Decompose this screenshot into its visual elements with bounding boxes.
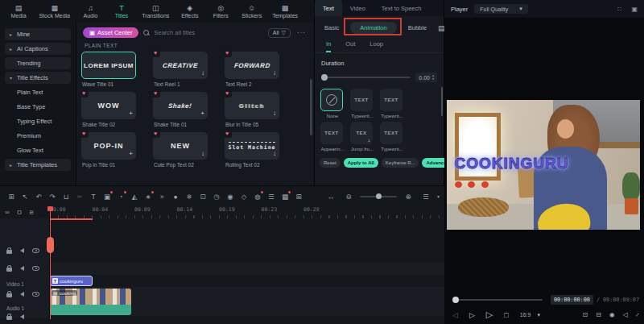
- next-frame-button[interactable]: ▷: [469, 311, 475, 319]
- duration-stepper[interactable]: ▴▾: [432, 74, 434, 81]
- duration-slider[interactable]: [321, 77, 411, 78]
- bubble-subtab[interactable]: Bubble: [408, 24, 427, 31]
- title-tile[interactable]: ♥ CREATIVE ↓: [153, 52, 208, 79]
- play-button[interactable]: ▷: [486, 309, 493, 320]
- properties-tab[interactable]: Text to Speech: [374, 0, 430, 16]
- seek-thumb[interactable]: [452, 297, 459, 303]
- title-tile[interactable]: ♥ POP-IN +: [81, 132, 136, 160]
- Filters[interactable]: ◎ Filters: [207, 0, 234, 23]
- sidebar-item[interactable]: Base Type: [5, 101, 71, 113]
- previous-frame-button[interactable]: ◁: [452, 311, 458, 319]
- aspect-ratio-dropdown[interactable]: 16:9 ▾: [520, 312, 540, 318]
- animation-preset[interactable]: TEXT Typewrit...: [350, 89, 380, 118]
- animation-direction-tab[interactable]: Loop: [369, 40, 383, 52]
- lock-icon[interactable]: [6, 250, 12, 254]
- video-clip-cooking[interactable]: ▤ cooking: [50, 289, 131, 315]
- video-preview[interactable]: COOKINGURU: [447, 100, 640, 230]
- fit-timeline-icon[interactable]: ↔: [324, 190, 337, 203]
- sidebar-item[interactable]: ▸ AI Captions: [5, 43, 71, 55]
- Titles[interactable]: T Titles: [108, 0, 135, 23]
- sidebar-item[interactable]: ▾ Title Effects: [5, 72, 71, 84]
- mirror-display-icon[interactable]: ⊟: [596, 311, 601, 318]
- zoom-out-icon[interactable]: ⊖: [342, 190, 355, 203]
- titles-scrollbar[interactable]: [310, 79, 312, 135]
- stop-button[interactable]: □: [504, 311, 508, 319]
- Templates[interactable]: ▩ Templates: [269, 0, 301, 23]
- duration-value-box[interactable]: 0.00 ▴▾: [415, 73, 437, 82]
- title-tile[interactable]: LOREM IPSUM: [81, 52, 136, 79]
- more-options-button[interactable]: ···: [295, 29, 308, 36]
- search-input[interactable]: [154, 29, 250, 36]
- chevron-down-icon[interactable]: ▾: [437, 193, 440, 199]
- sidebar-item[interactable]: Plain Text: [5, 86, 71, 98]
- crop-preview-icon[interactable]: ⊡: [582, 311, 588, 318]
- pip-view-icon[interactable]: ▣: [631, 6, 638, 13]
- Effects[interactable]: ◈ Effects: [176, 0, 204, 23]
- lock-icon[interactable]: [6, 316, 12, 320]
- animation-direction-tab[interactable]: In: [326, 40, 331, 52]
- properties-scrollbar[interactable]: [441, 87, 443, 116]
- timeline-ruler[interactable]: 00:00 00:04 00:09 00:14 00:19 00:23 00:2…: [50, 206, 444, 218]
- animation-direction-tab[interactable]: Out: [345, 40, 355, 52]
- playhead[interactable]: [50, 206, 51, 319]
- properties-button[interactable]: Reset: [320, 158, 341, 168]
- title-tile[interactable]: ♥ NEW ↓: [153, 132, 208, 160]
- seek-bar[interactable]: [452, 299, 543, 301]
- animation-subtab[interactable]: Animation: [350, 22, 396, 34]
- title-tile[interactable]: ♥ Slot Machine ↓: [225, 132, 279, 160]
- snap-magnet-icon[interactable]: Ω: [17, 209, 22, 216]
- title-tile[interactable]: ♥ FORWARD ↓: [225, 52, 279, 79]
- Transitions[interactable]: ◫ Transitions: [138, 0, 172, 23]
- duration-slider-thumb[interactable]: [321, 74, 328, 81]
- lock-icon[interactable]: [6, 293, 12, 297]
- sidebar-item[interactable]: ▸ Mine: [5, 28, 71, 40]
- snapshot-icon[interactable]: ◉: [609, 311, 615, 318]
- properties-tab[interactable]: Video: [342, 0, 374, 16]
- timeline-zoom-thumb[interactable]: [376, 193, 382, 199]
- animation-preset[interactable]: TEXT Typewrit...: [380, 89, 410, 118]
- title-tile[interactable]: ♥ Shake! +: [153, 92, 208, 119]
- animation-preset[interactable]: None: [320, 89, 350, 118]
- mute-icon[interactable]: [20, 314, 24, 319]
- track-height-icon[interactable]: ☰: [419, 190, 432, 203]
- Stock Media[interactable]: ▦ Stock Media: [35, 0, 73, 23]
- properties-button[interactable]: Apply to All: [344, 158, 378, 168]
- title-overlay-text[interactable]: COOKINGURU: [455, 155, 569, 172]
- basic-subtab[interactable]: Basic: [324, 24, 339, 31]
- properties-button[interactable]: Keyframe R...: [382, 158, 419, 168]
- properties-tab[interactable]: Text: [315, 0, 342, 16]
- mute-icon[interactable]: [20, 248, 24, 253]
- Audio[interactable]: ♫ Audio: [76, 0, 104, 23]
- title-tile[interactable]: ♥ Glitch ↓: [225, 92, 279, 119]
- Media[interactable]: ▤ Media: [5, 0, 32, 23]
- title-tile[interactable]: ♥ WOW +: [81, 92, 136, 119]
- sidebar-item[interactable]: ▸ Title Templates: [5, 159, 71, 171]
- sidebar-item[interactable]: Glow Text: [5, 144, 71, 156]
- Stickers[interactable]: ☺ Stickers: [238, 0, 266, 23]
- sidebar-item[interactable]: Typing Effect: [5, 115, 71, 127]
- filter-chip[interactable]: All ▽: [268, 28, 291, 38]
- hide-icon[interactable]: [32, 266, 39, 271]
- timeline-zoom-slider[interactable]: [360, 196, 397, 197]
- sidebar-item[interactable]: Trending: [5, 57, 71, 69]
- text-clip-cookinguru[interactable]: T cookinguru: [50, 276, 93, 286]
- quality-dropdown[interactable]: Full Quality ▾: [474, 4, 528, 14]
- grid-view-icon[interactable]: ∷: [617, 6, 621, 13]
- animation-preset[interactable]: TEXT Appearin...: [320, 122, 350, 152]
- asset-center-button[interactable]: ▣ Asset Center: [83, 27, 138, 38]
- animation-preset[interactable]: TEXT Typewrit...: [380, 122, 410, 152]
- mute-icon[interactable]: [20, 266, 24, 271]
- ripple-edit-icon[interactable]: ≋: [29, 209, 35, 216]
- zoom-in-icon[interactable]: ⊕: [402, 190, 415, 203]
- animation-preset[interactable]: TEX ↓ Jump fro...: [350, 122, 380, 152]
- playhead-handle[interactable]: [47, 237, 54, 253]
- mute-icon[interactable]: [20, 292, 24, 297]
- sidebar-item[interactable]: Premium: [5, 130, 71, 142]
- hide-icon[interactable]: [32, 248, 39, 253]
- auto-ripple-icon[interactable]: ∞: [5, 209, 10, 216]
- lock-icon[interactable]: [6, 268, 12, 272]
- playhead-flag[interactable]: [47, 206, 53, 211]
- fullscreen-icon[interactable]: ↕: [634, 311, 641, 318]
- speaker-icon[interactable]: ◁: [623, 311, 628, 318]
- hide-icon[interactable]: [32, 292, 39, 297]
